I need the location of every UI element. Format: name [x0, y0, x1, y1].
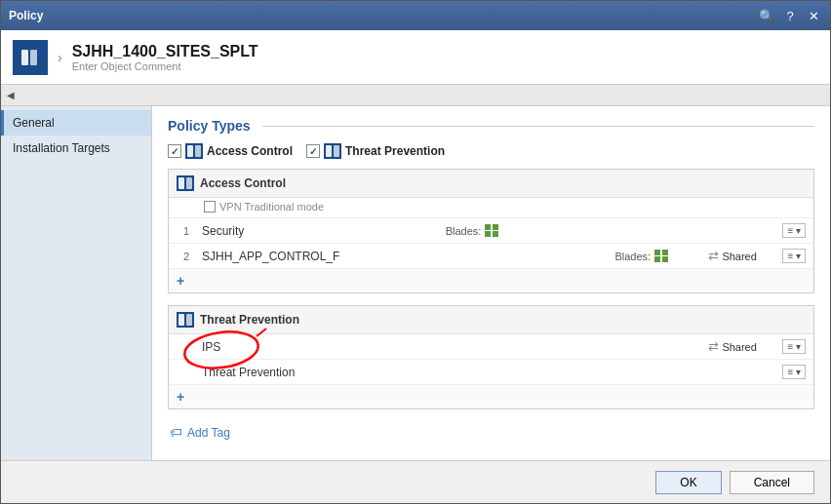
- row-blades: Blades:: [446, 224, 534, 238]
- share-icon: ⇄: [708, 339, 719, 354]
- svg-rect-7: [186, 177, 192, 189]
- access-control-section-label: Access Control: [200, 176, 286, 190]
- policy-type-threat-prevention[interactable]: ✓ Threat Prevention: [306, 143, 445, 159]
- add-tp-rule-row: +: [169, 385, 813, 408]
- add-tp-rule-button[interactable]: +: [177, 389, 184, 405]
- object-name: SJHH_1400_SITES_SPLT: [72, 43, 258, 60]
- close-button[interactable]: ✕: [805, 7, 822, 24]
- shared-label: Shared: [722, 341, 756, 353]
- threat-prevention-table-icon: [177, 312, 194, 328]
- shared-badge: ⇄ Shared: [708, 249, 776, 263]
- share-icon: ⇄: [708, 249, 719, 263]
- row-menu-button[interactable]: ≡ ▾: [782, 223, 806, 238]
- row-menu-button[interactable]: ≡ ▾: [782, 365, 806, 379]
- help-button[interactable]: ?: [781, 7, 799, 24]
- threat-prevention-icon: [324, 143, 341, 159]
- cancel-button[interactable]: Cancel: [730, 471, 814, 494]
- svg-rect-0: [21, 50, 28, 65]
- object-icon: [13, 40, 48, 75]
- shared-badge: ⇄ Shared: [708, 339, 776, 354]
- access-control-checkbox[interactable]: ✓: [168, 144, 181, 158]
- add-tag-button[interactable]: 🏷 Add Tag: [168, 421, 814, 444]
- blades-icon: [485, 224, 498, 238]
- title-bar-controls: 🔍 ? ✕: [758, 7, 822, 24]
- threat-prevention-label: Threat Prevention: [345, 144, 445, 158]
- blades-label: Blades:: [614, 251, 651, 262]
- sidebar-item-installation-targets[interactable]: Installation Targets: [1, 136, 151, 161]
- sidebar-item-general[interactable]: General: [1, 110, 151, 136]
- add-rule-button[interactable]: +: [177, 273, 184, 289]
- add-tag-label: Add Tag: [187, 426, 230, 440]
- add-rule-row: +: [169, 269, 813, 292]
- policy-type-access-control[interactable]: ✓ Access Control: [168, 143, 293, 159]
- content-area: Policy Types ✓ Access Control ✓: [152, 106, 830, 460]
- tag-icon: 🏷: [170, 425, 182, 440]
- object-comment[interactable]: Enter Object Comment: [72, 60, 258, 72]
- access-control-section-header: Access Control: [169, 170, 813, 198]
- search-button[interactable]: 🔍: [758, 7, 775, 24]
- vpn-checkbox[interactable]: [204, 201, 216, 213]
- footer: OK Cancel: [1, 460, 830, 503]
- svg-rect-3: [195, 145, 201, 157]
- row-name: Threat Prevention: [202, 366, 487, 379]
- svg-rect-8: [178, 314, 184, 326]
- access-control-icon: [185, 143, 203, 159]
- table-row: 2 SJHH_APP_CONTROL_F Blades: ⇄ Shared ≡ …: [169, 244, 813, 269]
- blades-icon: [654, 250, 668, 263]
- policy-types-header: ✓ Access Control ✓ Threat Prevention: [168, 143, 814, 159]
- vpn-row: VPN Traditional mode: [169, 198, 813, 218]
- row-menu-button[interactable]: ≡ ▾: [782, 249, 806, 263]
- sidebar: General Installation Targets: [1, 106, 152, 460]
- access-control-label: Access Control: [207, 144, 293, 158]
- collapse-bar: ◀: [1, 85, 830, 106]
- main-content: General Installation Targets Policy Type…: [1, 106, 830, 460]
- threat-prevention-section-header: Threat Prevention: [169, 306, 813, 334]
- row-name: Security: [202, 224, 440, 238]
- row-number: 2: [177, 251, 196, 262]
- section-title: Policy Types: [168, 118, 814, 134]
- row-number: 1: [177, 225, 196, 237]
- table-row: IPS ⇄ Shared ≡ ▾: [169, 334, 813, 360]
- row-menu-button[interactable]: ≡ ▾: [782, 339, 806, 354]
- table-row: Threat Prevention ≡ ▾: [169, 360, 813, 385]
- svg-rect-1: [30, 50, 37, 65]
- threat-prevention-checkbox[interactable]: ✓: [306, 144, 320, 158]
- row-blades: Blades:: [614, 250, 702, 263]
- title-bar-left: Policy: [9, 9, 43, 22]
- collapse-button[interactable]: ◀: [7, 90, 15, 100]
- row-name: SJHH_APP_CONTROL_F: [202, 250, 609, 263]
- table-row: 1 Security Blades: ≡ ▾: [169, 218, 813, 244]
- svg-rect-4: [326, 145, 332, 157]
- blades-label: Blades:: [446, 225, 482, 237]
- vpn-label: VPN Traditional mode: [219, 201, 324, 213]
- threat-prevention-section-label: Threat Prevention: [200, 313, 299, 327]
- svg-rect-6: [178, 177, 184, 189]
- title-bar-title: Policy: [9, 9, 43, 22]
- threat-prevention-table: Threat Prevention IPS: [168, 305, 814, 409]
- svg-rect-5: [334, 145, 339, 157]
- access-control-table: Access Control VPN Traditional mode 1 Se…: [168, 169, 814, 293]
- ok-button[interactable]: OK: [655, 471, 721, 494]
- access-control-table-icon: [177, 175, 194, 191]
- title-bar: Policy 🔍 ? ✕: [1, 1, 830, 30]
- policy-dialog: Policy 🔍 ? ✕ › SJHH_1400_SITES_SPLT Ente…: [0, 0, 831, 504]
- svg-rect-2: [187, 145, 193, 157]
- svg-rect-9: [186, 314, 192, 326]
- header: › SJHH_1400_SITES_SPLT Enter Object Comm…: [1, 30, 830, 85]
- ips-row-name: IPS: [202, 340, 450, 354]
- header-info: SJHH_1400_SITES_SPLT Enter Object Commen…: [72, 43, 258, 72]
- shared-label: Shared: [722, 251, 756, 262]
- header-separator: ›: [58, 50, 62, 65]
